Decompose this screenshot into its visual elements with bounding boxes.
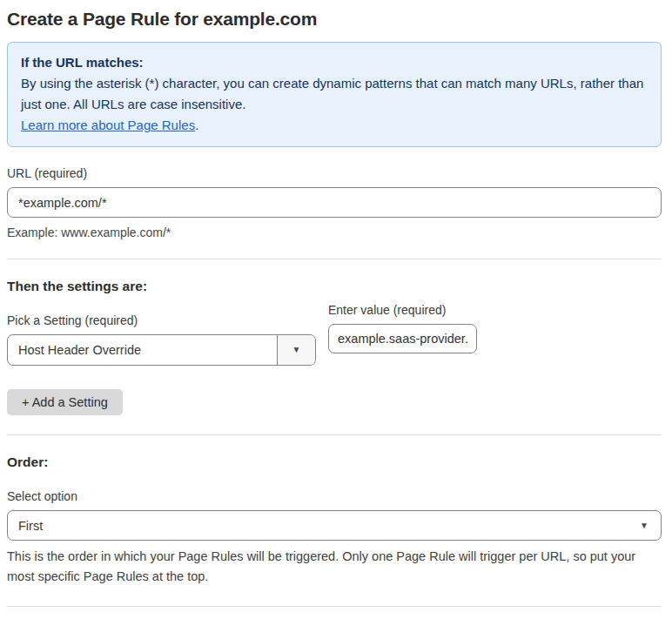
enter-value-label: Enter value (required) — [328, 303, 477, 317]
order-select-value: First — [18, 519, 640, 533]
settings-row: Pick a Setting (required) Host Header Ov… — [7, 294, 662, 366]
pick-setting-column: Pick a Setting (required) Host Header Ov… — [7, 294, 316, 366]
setting-value-input[interactable] — [328, 324, 477, 353]
chevron-down-icon: ▼ — [640, 521, 648, 530]
page-title: Create a Page Rule for example.com — [7, 9, 662, 30]
order-select-label: Select option — [7, 489, 662, 503]
url-input[interactable] — [7, 187, 662, 218]
page-rule-form: Create a Page Rule for example.com If th… — [0, 0, 672, 619]
learn-more-link[interactable]: Learn more about Page Rules — [21, 118, 195, 132]
setting-select-arrow-button[interactable]: ▼ — [277, 335, 315, 365]
order-select[interactable]: First ▼ — [7, 510, 662, 541]
enter-value-column: Enter value (required) — [328, 303, 477, 353]
divider — [7, 606, 662, 607]
pick-setting-label: Pick a Setting (required) — [7, 313, 316, 327]
info-box-heading: If the URL matches: — [21, 52, 648, 73]
url-field-label: URL (required) — [7, 166, 662, 180]
info-box-link-line: Learn more about Page Rules. — [21, 115, 648, 136]
chevron-down-icon: ▼ — [292, 346, 301, 354]
url-match-info-box: If the URL matches: By using the asteris… — [7, 42, 662, 147]
link-suffix-period: . — [195, 118, 198, 132]
order-section-heading: Order: — [7, 454, 662, 470]
order-help-text: This is the order in which your Page Rul… — [7, 547, 658, 587]
divider — [7, 259, 662, 259]
url-example-text: Example: www.example.com/* — [7, 225, 662, 239]
info-box-body: By using the asterisk (*) character, you… — [21, 73, 648, 115]
divider — [7, 434, 662, 435]
setting-select-value: Host Header Override — [8, 335, 277, 365]
settings-section-heading: Then the settings are: — [7, 279, 662, 294]
setting-select[interactable]: Host Header Override ▼ — [7, 334, 316, 366]
add-setting-button[interactable]: + Add a Setting — [7, 389, 123, 415]
